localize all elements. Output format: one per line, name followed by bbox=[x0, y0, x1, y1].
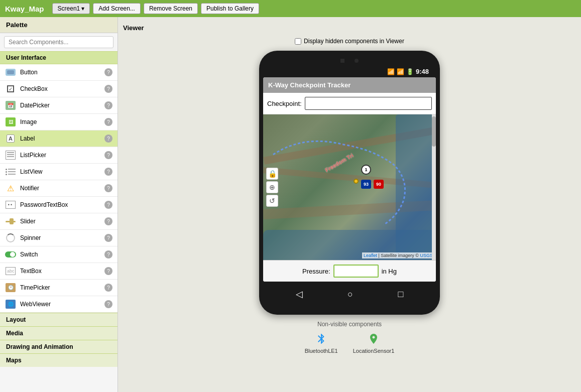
map-attribution: Leaflet | Satellite imagery © USGS bbox=[362, 252, 434, 258]
spinner-help-icon[interactable]: ? bbox=[104, 234, 112, 242]
palette-sidebar: Palette User Interface Button ? ✓ CheckB… bbox=[0, 17, 118, 392]
non-visible-title: Non-visible components bbox=[123, 321, 576, 328]
listpicker-label: ListPicker bbox=[20, 152, 104, 159]
switch-label: Switch bbox=[20, 251, 104, 258]
datepicker-label: DatePicker bbox=[20, 102, 104, 109]
timepicker-label: TimePicker bbox=[20, 284, 104, 291]
screen1-button[interactable]: Screen1 ▾ bbox=[52, 3, 90, 14]
switch-help-icon[interactable]: ? bbox=[104, 250, 112, 258]
palette-item-label[interactable]: A Label ? bbox=[0, 130, 118, 147]
usgs-link: USGS bbox=[420, 253, 433, 258]
leaflet-link: Leaflet bbox=[364, 253, 377, 258]
map-crosshair-icon[interactable]: ⊕ bbox=[266, 181, 278, 193]
palette-item-listpicker[interactable]: ListPicker ? bbox=[0, 147, 118, 164]
map-scrollbar[interactable] bbox=[432, 114, 436, 260]
nav-back-button[interactable]: ◁ bbox=[296, 289, 303, 300]
phone-content: Checkpoint: bbox=[263, 93, 436, 282]
datepicker-help-icon[interactable]: ? bbox=[104, 101, 112, 109]
passwordtextbox-help-icon[interactable]: ? bbox=[104, 201, 112, 209]
palette-item-notifier[interactable]: ⚠ Notifier ? bbox=[0, 180, 118, 197]
button-help-icon[interactable]: ? bbox=[104, 68, 112, 76]
image-label: Image bbox=[20, 118, 104, 125]
app-title: Kway_Map bbox=[5, 5, 44, 13]
phone-camera bbox=[340, 59, 344, 63]
palette-item-switch[interactable]: Switch ? bbox=[0, 246, 118, 263]
palette-item-passwordtextbox[interactable]: •• PasswordTextBox ? bbox=[0, 197, 118, 213]
map-controls: 🔒 ⊕ ↺ bbox=[266, 168, 278, 207]
listpicker-help-icon[interactable]: ? bbox=[104, 151, 112, 159]
bluetooth-component: BluetoothLE1 bbox=[305, 332, 338, 354]
palette-item-image[interactable]: 🖼 Image ? bbox=[0, 114, 118, 130]
label-icon: A bbox=[5, 133, 16, 144]
spinner-icon bbox=[5, 232, 16, 243]
checkpoint-input[interactable] bbox=[305, 97, 432, 110]
phone-mockup: 📶 📶 🔋 9:48 K-Way Checkpoint Tracker bbox=[259, 51, 440, 315]
pressure-label: Pressure: bbox=[302, 268, 330, 275]
webviewer-icon: 🌐 bbox=[5, 299, 16, 310]
pressure-unit: in Hg bbox=[382, 268, 397, 275]
map-lock-icon[interactable]: 🔒 bbox=[266, 168, 278, 180]
switch-icon bbox=[5, 249, 16, 260]
button-label: Button bbox=[20, 69, 104, 76]
location-sensor-component: LocationSensor1 bbox=[353, 332, 395, 354]
publish-button[interactable]: Publish to Gallery bbox=[201, 3, 259, 14]
listpicker-icon bbox=[5, 150, 16, 161]
notifier-label: Notifier bbox=[20, 185, 104, 192]
add-screen-button[interactable]: Add Screen... bbox=[93, 3, 141, 14]
search-input[interactable] bbox=[4, 36, 113, 48]
viewer-title: Viewer bbox=[123, 22, 576, 34]
non-visible-section: Non-visible components BluetoothLE1 bbox=[123, 321, 576, 354]
label-label: Label bbox=[20, 135, 104, 142]
image-help-icon[interactable]: ? bbox=[104, 118, 112, 126]
listview-label: ListView bbox=[20, 168, 104, 175]
webviewer-help-icon[interactable]: ? bbox=[104, 300, 112, 308]
listview-help-icon[interactable]: ? bbox=[104, 168, 112, 176]
section-maps[interactable]: Maps bbox=[0, 353, 118, 367]
display-hidden-checkbox[interactable] bbox=[295, 38, 301, 45]
phone-screen: K-Way Checkpoint Tracker Checkpoint: bbox=[263, 77, 436, 282]
display-hidden-row: Display hidden components in Viewer bbox=[123, 38, 576, 45]
map-undo-icon[interactable]: ↺ bbox=[266, 195, 278, 207]
palette-item-slider[interactable]: Slider ? bbox=[0, 213, 118, 230]
palette-item-datepicker[interactable]: 📅 DatePicker ? bbox=[0, 97, 118, 114]
highway-1-shield: 1 bbox=[361, 165, 371, 175]
nav-recent-button[interactable]: □ bbox=[398, 289, 403, 300]
viewer-panel: Viewer Display hidden components in View… bbox=[118, 17, 581, 392]
checkpoint-row: Checkpoint: bbox=[263, 93, 436, 114]
section-media[interactable]: Media bbox=[0, 326, 118, 340]
palette-item-button[interactable]: Button ? bbox=[0, 64, 118, 81]
wifi-icon: 📶 bbox=[387, 68, 395, 75]
nav-home-button[interactable]: ○ bbox=[347, 289, 353, 300]
palette-item-timepicker[interactable]: 🕐 TimePicker ? bbox=[0, 280, 118, 296]
checkbox-help-icon[interactable]: ? bbox=[104, 85, 112, 93]
palette-item-listview[interactable]: ListView ? bbox=[0, 164, 118, 180]
map-container[interactable]: Freedom Tri 1 93 90 🔒 ⊕ ↺ bbox=[263, 114, 436, 260]
palette-item-spinner[interactable]: Spinner ? bbox=[0, 230, 118, 246]
passwordtextbox-icon: •• bbox=[5, 199, 16, 210]
bluetooth-label: BluetoothLE1 bbox=[305, 348, 338, 354]
pressure-input[interactable] bbox=[333, 265, 379, 278]
section-layout[interactable]: Layout bbox=[0, 313, 118, 326]
dropdown-arrow-icon: ▾ bbox=[81, 5, 84, 12]
location-sensor-icon bbox=[367, 332, 381, 346]
palette-item-textbox[interactable]: abc TextBox ? bbox=[0, 263, 118, 280]
palette-item-webviewer[interactable]: 🌐 WebViewer ? bbox=[0, 296, 118, 313]
app-header: K-Way Checkpoint Tracker bbox=[263, 77, 436, 93]
top-bar: Kway_Map Screen1 ▾ Add Screen... Remove … bbox=[0, 0, 581, 17]
remove-screen-button[interactable]: Remove Screen bbox=[144, 3, 198, 14]
location-marker bbox=[354, 179, 359, 184]
textbox-label: TextBox bbox=[20, 268, 104, 275]
textbox-help-icon[interactable]: ? bbox=[104, 267, 112, 275]
slider-help-icon[interactable]: ? bbox=[104, 217, 112, 225]
checkbox-label: CheckBox bbox=[20, 85, 104, 92]
battery-icon: 🔋 bbox=[406, 68, 414, 75]
status-icons: 📶 📶 🔋 9:48 bbox=[387, 68, 429, 75]
notifier-help-icon[interactable]: ? bbox=[104, 184, 112, 192]
bluetooth-icon bbox=[314, 332, 328, 346]
palette-item-checkbox[interactable]: ✓ CheckBox ? bbox=[0, 81, 118, 97]
timepicker-help-icon[interactable]: ? bbox=[104, 284, 112, 292]
section-user-interface: User Interface bbox=[0, 51, 118, 64]
location-sensor-label: LocationSensor1 bbox=[353, 348, 395, 354]
label-help-icon[interactable]: ? bbox=[104, 135, 112, 143]
section-drawing[interactable]: Drawing and Animation bbox=[0, 340, 118, 353]
